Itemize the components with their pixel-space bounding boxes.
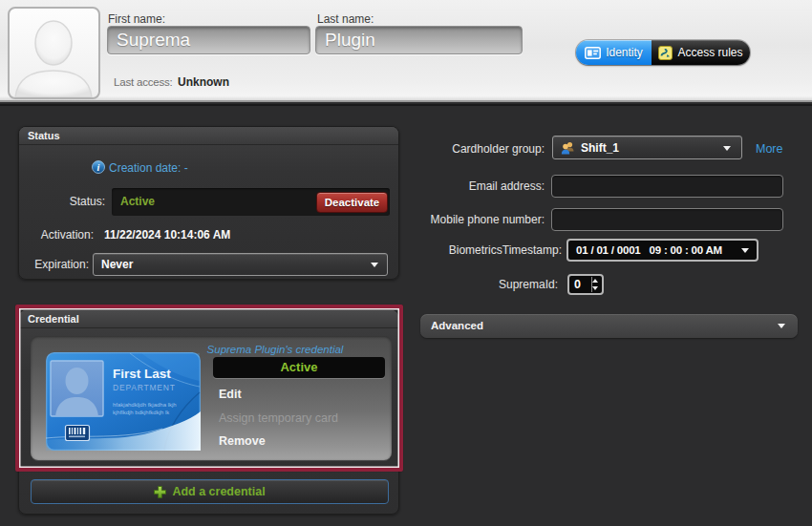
- email-address-label: Email address:: [401, 175, 545, 198]
- tab-access-rules[interactable]: Access rules: [652, 40, 750, 65]
- svg-text:i: i: [97, 162, 100, 173]
- card-info-line1: hfakjahdkljdh fkjadha lkjh: [113, 402, 177, 408]
- status-value: Active: [120, 188, 155, 216]
- suprema-id-value: 0: [574, 276, 581, 293]
- plus-icon: [154, 486, 166, 498]
- credential-title: Suprema Plugin's credential: [194, 344, 356, 355]
- card-name-text: First Last: [113, 367, 171, 381]
- spinner-up-icon[interactable]: [592, 279, 598, 283]
- credential-card-image: First Last DEPARTMENT hfakjahdkljdh fkja…: [46, 352, 201, 451]
- first-name-label: First name:: [108, 12, 165, 26]
- tab-identity[interactable]: Identity: [576, 40, 652, 65]
- activation-label: Activation:: [23, 228, 94, 242]
- last-name-input[interactable]: Plugin: [315, 26, 523, 54]
- chevron-down-icon: [778, 324, 785, 328]
- add-credential-label: Add a credential: [172, 485, 265, 498]
- cardholder-photo[interactable]: [8, 7, 100, 99]
- cardholder-group-icon: [561, 141, 575, 156]
- mobile-phone-input[interactable]: [551, 208, 783, 231]
- last-access-value: Unknown: [178, 75, 229, 89]
- activation-value: 11/22/2024 10:14:06 AM: [104, 228, 230, 242]
- credential-item: First Last DEPARTMENT hfakjahdkljdh fkja…: [31, 336, 392, 460]
- cardholder-group-label: Cardholder group:: [401, 137, 545, 161]
- biometrics-timestamp-picker[interactable]: 01 / 01 / 0001 09 : 00 : 00 AM: [566, 239, 759, 262]
- status-panel-title: Status: [19, 127, 398, 145]
- access-rules-icon: [658, 46, 673, 60]
- card-department-text: DEPARTMENT: [113, 383, 176, 392]
- suprema-id-spinner[interactable]: 0: [567, 274, 604, 295]
- status-label: Status:: [38, 195, 105, 208]
- id-card-icon: [585, 47, 601, 59]
- cardholder-group-value: Shift_1: [581, 137, 619, 159]
- expiration-dropdown[interactable]: Never: [93, 253, 388, 276]
- last-access-label: Last access:: [114, 76, 173, 88]
- spinner-arrows[interactable]: [591, 278, 600, 291]
- tab-identity-label: Identity: [606, 46, 643, 59]
- more-link[interactable]: More: [756, 137, 782, 161]
- creation-date-text: Creation date: -: [109, 161, 188, 175]
- cardholder-details-area: Status i Creation date: - Status: Active…: [0, 104, 812, 526]
- email-address-input[interactable]: [551, 175, 783, 198]
- edit-action[interactable]: Edit: [219, 388, 242, 401]
- card-info-line2: kjhflkdjh bdkjhfkdkjh lk: [113, 410, 170, 415]
- barcode-icon: [66, 426, 90, 441]
- mobile-phone-label: Mobile phone number:: [401, 208, 545, 231]
- assign-temporary-card-action[interactable]: Assign temporary card: [219, 411, 338, 425]
- person-silhouette-icon: [10, 9, 98, 97]
- last-name-label: Last name:: [317, 12, 374, 26]
- chevron-down-icon: [741, 248, 749, 253]
- biometrics-timestamp-label: BiometricsTimestamp:: [409, 239, 562, 262]
- view-tabs: Identity Access rules: [576, 40, 750, 65]
- advanced-label: Advanced: [431, 314, 483, 338]
- advanced-expander[interactable]: Advanced: [420, 314, 798, 338]
- identity-header: First name: Suprema Last name: Plugin La…: [0, 0, 812, 102]
- expiration-value: Never: [101, 254, 133, 275]
- info-icon: i: [92, 160, 105, 174]
- status-field: Active Deactivate: [112, 188, 390, 216]
- biometrics-timestamp-value: 01 / 01 / 0001 09 : 00 : 00 AM: [568, 244, 722, 256]
- chevron-down-icon: [723, 146, 731, 151]
- suprema-id-label: SupremaId:: [415, 274, 558, 295]
- cardholder-group-dropdown[interactable]: Shift_1: [552, 136, 742, 159]
- deactivate-button[interactable]: Deactivate: [316, 192, 388, 213]
- credential-panel-title: Credential: [19, 310, 398, 328]
- expiration-label: Expiration:: [23, 258, 89, 271]
- credential-state-button[interactable]: Active: [213, 357, 385, 378]
- add-credential-button[interactable]: Add a credential: [31, 479, 389, 504]
- tab-access-rules-label: Access rules: [677, 46, 742, 59]
- first-name-input[interactable]: Suprema: [107, 26, 310, 54]
- status-panel: Status i Creation date: - Status: Active…: [18, 126, 399, 280]
- chevron-down-icon: [371, 263, 378, 267]
- spinner-down-icon[interactable]: [592, 286, 598, 290]
- remove-action[interactable]: Remove: [219, 434, 266, 448]
- credential-panel: Credential: [18, 309, 399, 515]
